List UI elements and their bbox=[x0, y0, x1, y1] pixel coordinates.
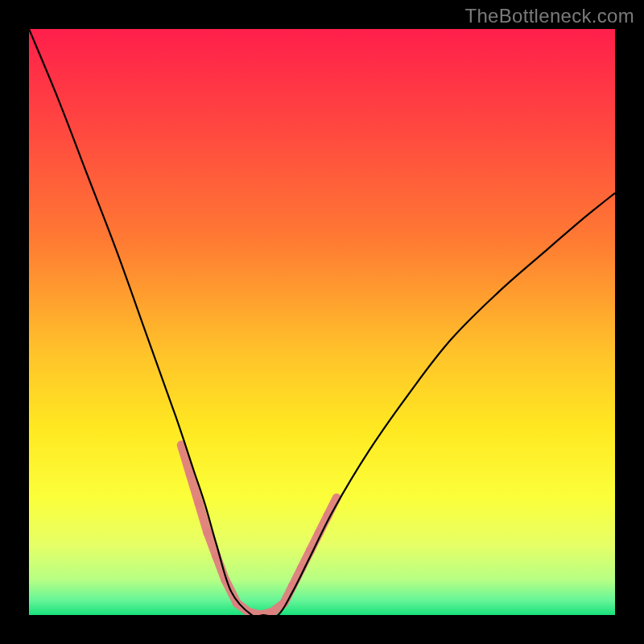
highlight-markers bbox=[181, 445, 336, 615]
curve-layer bbox=[29, 29, 615, 615]
plot-area bbox=[29, 29, 615, 615]
watermark-text: TheBottleneck.com bbox=[464, 5, 634, 27]
chart-frame: TheBottleneck.com bbox=[0, 0, 644, 644]
highlight-segment bbox=[190, 474, 199, 503]
highlight-segment bbox=[181, 445, 190, 474]
